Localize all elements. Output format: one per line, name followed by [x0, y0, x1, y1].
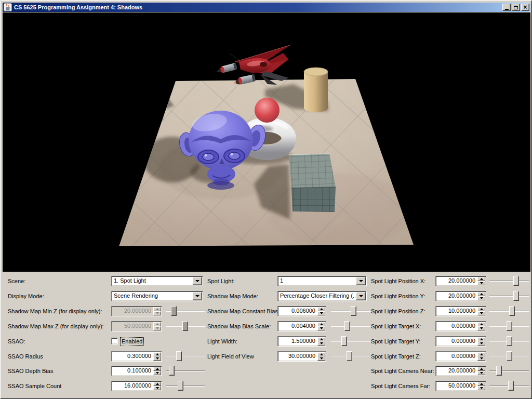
spin-up-icon[interactable] — [317, 307, 325, 311]
spin-down-icon[interactable] — [477, 311, 485, 315]
spin-up-icon[interactable] — [477, 382, 485, 386]
spin-up-icon[interactable] — [477, 307, 485, 311]
ssao-checkbox[interactable] — [111, 338, 118, 344]
spin-down-icon[interactable] — [317, 341, 325, 345]
light-width-spinner[interactable]: 1.500000 — [277, 336, 326, 347]
spot-light-camera-near-spinner[interactable]: 20.000000 — [435, 366, 486, 376]
ssao-depth-bias-slider[interactable] — [166, 366, 205, 376]
spin-down-icon — [153, 311, 161, 315]
slider-thumb[interactable] — [178, 381, 183, 391]
shadow-map-bias-scale-value: 0.004000 — [278, 322, 317, 331]
spot-light-target-y-slider[interactable] — [489, 336, 529, 347]
slider-thumb[interactable] — [507, 336, 512, 346]
ssao-sample-count-spinner[interactable]: 16.000000 — [111, 381, 162, 391]
slider-thumb[interactable] — [508, 381, 514, 391]
display-mode-combo[interactable]: Scene Rendering — [111, 291, 203, 301]
slider-thumb[interactable] — [344, 321, 350, 331]
ssao-radius-spinner[interactable]: 0.300000 — [111, 351, 162, 362]
display-mode-combo-value: Scene Rendering — [112, 291, 192, 301]
spin-down-icon[interactable] — [477, 341, 485, 345]
slider-thumb[interactable] — [507, 321, 512, 331]
light-field-of-view-slider[interactable] — [331, 351, 370, 362]
spot-light-target-z-spinner[interactable]: 0.000000 — [435, 351, 486, 362]
spot-light-position-z-spinner[interactable]: 10.000000 — [435, 306, 486, 316]
spin-up-icon[interactable] — [153, 382, 161, 386]
spot-light-position-x-slider[interactable] — [489, 276, 529, 286]
spin-up-icon[interactable] — [477, 352, 485, 356]
spot-light-position-z-slider[interactable] — [489, 306, 529, 316]
spin-down-icon[interactable] — [153, 386, 161, 390]
close-icon: × — [523, 5, 527, 10]
shadow-map-min-z-value: 20.000000 — [112, 307, 153, 316]
scene-combo[interactable]: 1. Spot Light — [111, 276, 203, 286]
spin-down-icon[interactable] — [317, 326, 325, 330]
spin-down-icon[interactable] — [477, 356, 485, 361]
spin-down-icon[interactable] — [153, 371, 161, 375]
rendered-scene — [3, 12, 530, 272]
slider-thumb[interactable] — [513, 291, 519, 301]
ssao-sample-count-slider[interactable] — [166, 381, 205, 391]
spin-down-icon[interactable] — [153, 356, 161, 361]
chevron-down-icon[interactable] — [356, 292, 366, 300]
spin-up-icon[interactable] — [477, 277, 485, 281]
minimize-button[interactable] — [502, 4, 511, 11]
slider-thumb[interactable] — [513, 276, 519, 286]
chevron-down-icon[interactable] — [192, 277, 202, 285]
spot-light-combo[interactable]: 1 — [277, 276, 367, 286]
chevron-down-icon[interactable] — [356, 277, 366, 285]
spot-light-target-x-spinner[interactable]: 0.000000 — [435, 321, 486, 331]
spot-light-camera-far-slider[interactable] — [489, 381, 529, 391]
slider-thumb[interactable] — [176, 351, 182, 361]
spin-down-icon[interactable] — [477, 386, 485, 390]
viewport[interactable] — [3, 12, 530, 272]
spot-light-camera-far-spinner[interactable]: 50.000000 — [435, 381, 486, 391]
slider-thumb[interactable] — [169, 366, 175, 376]
spin-up-icon[interactable] — [153, 367, 161, 371]
light-width-slider[interactable] — [331, 336, 370, 347]
spin-up-icon[interactable] — [477, 337, 485, 341]
ssao-checkbox-label[interactable]: Enabled — [120, 337, 144, 346]
spot-light-position-y-value: 20.000000 — [436, 291, 477, 301]
slider-thumb[interactable] — [496, 366, 502, 376]
ssao-depth-bias-spinner[interactable]: 0.100000 — [111, 366, 162, 376]
spot-light-position-y-slider[interactable] — [489, 291, 529, 301]
spot-light-position-x-spinner[interactable]: 20.000000 — [435, 276, 486, 286]
spin-up-icon[interactable] — [317, 322, 325, 326]
spin-down-icon[interactable] — [317, 311, 325, 315]
spot-light-position-y-spinner[interactable]: 20.000000 — [435, 291, 486, 301]
spin-up-icon[interactable] — [477, 367, 485, 371]
maximize-button[interactable] — [512, 4, 520, 11]
spin-down-icon[interactable] — [477, 371, 485, 375]
slider-thumb[interactable] — [509, 306, 515, 316]
close-button[interactable]: × — [521, 4, 529, 11]
slider-thumb[interactable] — [507, 351, 512, 361]
shadow-map-constant-bias-spinner[interactable]: 0.006000 — [277, 306, 326, 316]
light-field-of-view-spinner[interactable]: 30.000000 — [277, 351, 326, 362]
slider-thumb[interactable] — [341, 336, 347, 346]
spot-light-target-z-slider[interactable] — [489, 351, 529, 362]
titlebar[interactable]: CS 5625 Programming Assignment 4: Shadow… — [3, 3, 530, 12]
spin-up-icon[interactable] — [317, 352, 325, 356]
slider-thumb[interactable] — [347, 351, 352, 361]
spin-up-icon[interactable] — [153, 352, 161, 356]
spot-light-target-x-slider[interactable] — [489, 321, 529, 331]
spin-up-icon[interactable] — [477, 322, 485, 326]
shadow-map-bias-scale-slider[interactable] — [331, 321, 370, 331]
ssao-radius-slider[interactable] — [166, 351, 205, 362]
spin-up-icon[interactable] — [317, 337, 325, 341]
shadow-map-bias-scale-spinner[interactable]: 0.004000 — [277, 321, 326, 331]
spin-down-icon[interactable] — [477, 281, 485, 285]
scene-label: Scene: — [8, 276, 25, 286]
spin-down-icon[interactable] — [477, 296, 485, 300]
shadow-map-constant-bias-slider[interactable] — [331, 306, 370, 316]
shadow-map-mode-combo[interactable]: Percentage Closer Filtering (... — [277, 291, 367, 301]
spot-light-target-y-spinner[interactable]: 0.000000 — [435, 336, 486, 347]
chevron-down-icon[interactable] — [192, 292, 202, 300]
spin-up-icon[interactable] — [477, 292, 485, 296]
shadow-map-constant-bias-value: 0.006000 — [278, 307, 317, 316]
spin-down-icon[interactable] — [317, 356, 325, 361]
spin-down-icon[interactable] — [477, 326, 485, 330]
shadow-map-min-z-slider — [166, 306, 205, 316]
spot-light-camera-near-slider[interactable] — [489, 366, 529, 376]
slider-thumb[interactable] — [351, 306, 356, 316]
